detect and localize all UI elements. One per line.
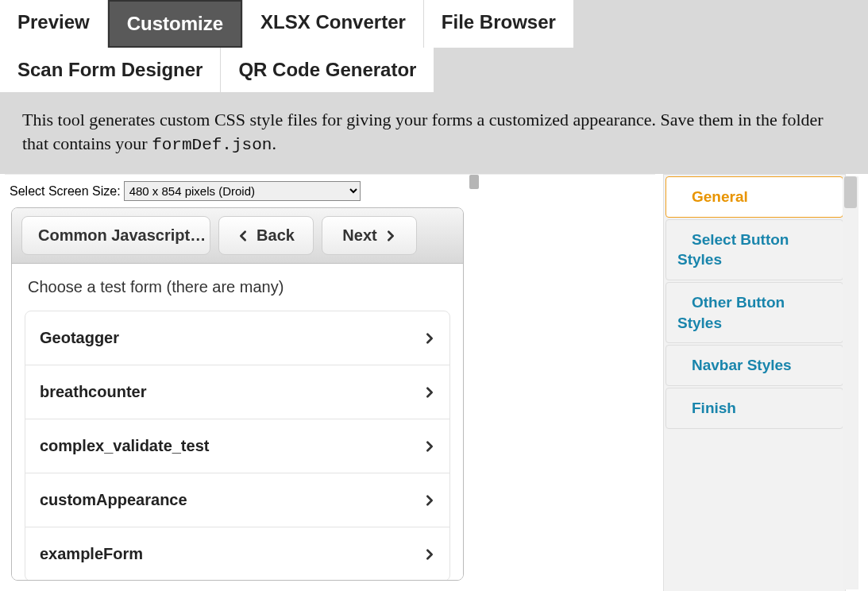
tool-description: This tool generates custom CSS style fil… <box>0 92 868 174</box>
outer-scrollbar-track[interactable] <box>843 176 858 589</box>
sidebar-item-navbar-styles[interactable]: Navbar Styles <box>665 345 843 386</box>
list-item-label: Geotagger <box>40 329 119 347</box>
back-label: Back <box>257 226 295 245</box>
sidebar-item-label-line1: Other Button <box>677 294 785 311</box>
form-body: Choose a test form (there are many) Geot… <box>12 264 463 581</box>
tab-customize[interactable]: Customize <box>108 0 242 48</box>
list-item[interactable]: customAppearance <box>25 473 449 527</box>
next-label: Next <box>342 226 376 245</box>
form-title-label: Common Javascript… <box>38 226 206 245</box>
sidebar-item-label-line2: Styles <box>677 251 722 268</box>
tabs-row-1: Preview Customize XLSX Converter File Br… <box>0 0 868 48</box>
list-item-label: customAppearance <box>40 491 187 509</box>
chevron-right-icon <box>424 549 435 560</box>
tab-preview[interactable]: Preview <box>0 0 107 48</box>
sidebar-item-label-line2: Styles <box>677 315 722 331</box>
tabs-row-2: Scan Form Designer QR Code Generator <box>0 48 868 92</box>
preview-toolbar: Common Javascript… Back Next <box>12 208 463 264</box>
list-item-label: breathcounter <box>40 383 146 401</box>
chevron-right-icon <box>424 387 435 398</box>
list-item-label: exampleForm <box>40 545 143 563</box>
tab-qr-code-generator[interactable]: QR Code Generator <box>221 48 434 92</box>
list-item[interactable]: breathcounter <box>25 365 449 419</box>
form-heading: Choose a test form (there are many) <box>28 278 450 296</box>
tab-file-browser[interactable]: File Browser <box>424 0 573 48</box>
sidebar-item-select-button-styles[interactable]: Select Button Styles <box>665 219 843 280</box>
list-item-label: complex_validate_test <box>40 437 209 455</box>
sidebar-item-label-line1: Select Button <box>677 231 789 248</box>
form-title-button[interactable]: Common Javascript… <box>21 216 210 255</box>
description-text-after: . <box>272 133 276 153</box>
inner-scrollbar-thumb[interactable] <box>469 175 479 189</box>
form-list: Geotagger breathcounter co <box>25 311 450 581</box>
content-area: Select Screen Size: 480 x 854 pixels (Dr… <box>0 174 868 591</box>
page-root: Preview Customize XLSX Converter File Br… <box>0 0 868 591</box>
tab-xlsx-converter[interactable]: XLSX Converter <box>243 0 423 48</box>
device-preview-frame: Common Javascript… Back Next <box>11 207 464 581</box>
description-text-before: This tool generates custom CSS style fil… <box>22 110 824 153</box>
list-item[interactable]: exampleForm <box>25 527 449 581</box>
screen-size-select[interactable]: 480 x 854 pixels (Droid) <box>124 181 361 201</box>
sidebar-item-other-button-styles[interactable]: Other Button Styles <box>665 282 843 343</box>
list-item[interactable]: Geotagger <box>25 311 449 365</box>
chevron-right-icon <box>424 441 435 452</box>
style-sections-sidebar: General Select Button Styles Other Butto… <box>663 174 846 591</box>
screen-size-label: Select Screen Size: <box>10 184 121 199</box>
outer-scrollbar-thumb[interactable] <box>844 176 857 208</box>
tabs-container: Preview Customize XLSX Converter File Br… <box>0 0 868 92</box>
chevron-left-icon <box>237 230 249 241</box>
chevron-right-icon <box>424 333 435 344</box>
sidebar-item-label: Finish <box>677 400 736 416</box>
tab-scan-form-designer[interactable]: Scan Form Designer <box>0 48 220 92</box>
chevron-right-icon <box>424 495 435 506</box>
sidebar-item-finish[interactable]: Finish <box>665 388 843 429</box>
sidebar-item-label: General <box>677 188 748 205</box>
sidebar-item-general[interactable]: General <box>665 176 843 218</box>
description-code: formDef.json <box>152 136 272 154</box>
preview-panel: Select Screen Size: 480 x 854 pixels (Dr… <box>5 174 655 591</box>
list-item[interactable]: complex_validate_test <box>25 419 449 473</box>
screen-size-row: Select Screen Size: 480 x 854 pixels (Dr… <box>5 175 655 204</box>
chevron-right-icon <box>385 230 396 241</box>
back-button[interactable]: Back <box>218 216 314 255</box>
sidebar-item-label: Navbar Styles <box>677 357 792 373</box>
next-button[interactable]: Next <box>322 216 417 255</box>
